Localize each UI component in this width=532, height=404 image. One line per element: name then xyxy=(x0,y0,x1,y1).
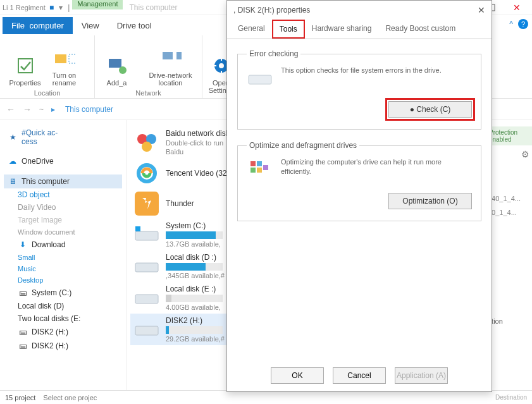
chevron-up-icon[interactable]: ^ xyxy=(509,20,513,28)
sidebar-downloads[interactable]: ⬇Download xyxy=(4,238,122,252)
sidebar-two-e[interactable]: Two local disks (E: xyxy=(4,312,122,325)
back-icon[interactable]: ← xyxy=(6,104,15,114)
sidebar-disk2-a[interactable]: 🖴DISK2 (H:) xyxy=(4,325,122,339)
svg-point-11 xyxy=(219,63,224,68)
forward-icon[interactable]: → xyxy=(23,104,32,114)
sidebar-this-pc[interactable]: 🖥 This computer xyxy=(4,174,122,188)
svg-rect-7 xyxy=(163,52,173,59)
item-count: 15 project xyxy=(5,394,35,401)
cancel-button[interactable]: Cancel xyxy=(333,367,386,384)
drive-icon xyxy=(134,285,159,310)
sidebar-onedrive[interactable]: ☁ OneDrive xyxy=(4,154,122,168)
file-fragment-1: 540_1_4... xyxy=(488,195,532,202)
add-network-button[interactable]: Add_a xyxy=(99,39,135,87)
cloud-icon: ☁ xyxy=(8,156,18,166)
gear-icon[interactable]: ⚙ xyxy=(521,149,529,159)
svg-rect-26 xyxy=(251,161,256,166)
optimize-legend: Optimize and defragment drives xyxy=(247,141,359,150)
help-icon[interactable]: ? xyxy=(518,19,528,29)
sidebar-small[interactable]: Small xyxy=(4,252,122,263)
svg-rect-5 xyxy=(109,59,121,68)
svg-rect-22 xyxy=(135,263,158,272)
thunder-icon xyxy=(134,191,159,216)
svg-point-6 xyxy=(119,66,127,74)
drive-icon xyxy=(134,254,159,279)
sidebar-system-c[interactable]: 🖴System (C:) xyxy=(4,286,122,300)
rename-button[interactable]: Turn on rename xyxy=(47,39,82,87)
drive-icon: 🖴 xyxy=(18,327,28,337)
svg-rect-3 xyxy=(55,54,66,63)
sidebar-3d-objects[interactable]: 3D object xyxy=(4,188,122,201)
svg-rect-28 xyxy=(251,168,256,173)
svg-rect-8 xyxy=(176,52,182,59)
drive-small-icon xyxy=(247,66,273,92)
dialog-close-icon[interactable]: ✕ xyxy=(478,5,485,15)
group-network: Network xyxy=(101,87,195,97)
sidebar-quick-access[interactable]: ★ #Quick ac- cess xyxy=(4,126,122,148)
destination-label: Destination xyxy=(495,394,527,401)
title-dropdown-icon[interactable]: ▾ xyxy=(58,4,64,11)
svg-rect-30 xyxy=(263,165,268,170)
dlg-tab-general[interactable]: General xyxy=(231,20,272,39)
svg-rect-4 xyxy=(69,54,75,63)
sidebar-video[interactable]: Daily Video xyxy=(4,201,122,214)
dialog-title: , DISK 2(H:) properties xyxy=(233,6,310,15)
protection-chip: Protectionenabled xyxy=(488,126,532,145)
tencent-icon xyxy=(134,161,159,186)
faded-title: This computer xyxy=(129,3,177,12)
sidebar-desktop[interactable]: Desktop xyxy=(4,274,122,286)
check-button[interactable]: ● Check (C) xyxy=(388,101,472,118)
file-fragment-2: 40_1_4... xyxy=(488,209,532,216)
sidebar-music[interactable]: Music xyxy=(4,263,122,274)
drive-network-button[interactable]: Drive-network location xyxy=(144,39,198,87)
svg-rect-29 xyxy=(257,168,262,173)
drive-icon: 🖴 xyxy=(18,341,28,351)
svg-point-18 xyxy=(142,142,152,152)
sidebar-image[interactable]: Target Image xyxy=(4,214,122,226)
baidu-icon xyxy=(134,130,159,155)
svg-rect-27 xyxy=(257,161,262,166)
tab-file[interactable]: File computer xyxy=(3,17,73,34)
tab-drive-tool[interactable]: Drive tool xyxy=(108,17,161,34)
svg-rect-23 xyxy=(135,295,158,303)
svg-rect-19 xyxy=(135,192,159,216)
tab-view[interactable]: View xyxy=(73,17,108,34)
drive-icon xyxy=(134,222,159,247)
star-icon: ★ xyxy=(8,132,18,142)
svg-rect-24 xyxy=(135,326,158,335)
drive-icon: 🖴 xyxy=(18,288,28,298)
optimize-button[interactable]: Optimization (O) xyxy=(388,193,472,209)
dlg-tab-hardware[interactable]: Hardware sharing xyxy=(305,20,379,39)
sidebar-window-doc[interactable]: Window document xyxy=(4,226,122,238)
optimize-text: Optimizing the computer's drive can help… xyxy=(281,157,472,177)
close-button[interactable]: ✕ xyxy=(504,0,529,15)
ok-button[interactable]: OK xyxy=(271,367,324,384)
svg-rect-25 xyxy=(249,75,271,84)
properties-button[interactable]: Properties xyxy=(13,39,38,87)
properties-dialog: , DISK 2(H:) properties ✕ General Tools … xyxy=(226,0,492,392)
sidebar-disk2-b[interactable]: 🖴DISK2 (H:) xyxy=(4,339,122,353)
drive-icon xyxy=(134,317,159,342)
error-checking-legend: Error checking xyxy=(247,49,300,58)
dlg-tab-tools[interactable]: Tools xyxy=(272,20,305,39)
error-checking-text: This option checks for file system error… xyxy=(281,66,472,75)
tab-management[interactable]: Management xyxy=(72,0,123,9)
download-icon: ⬇ xyxy=(18,240,28,250)
window-title: Li 1 Regiment xyxy=(3,4,46,11)
text-p: p xyxy=(488,340,532,348)
pc-icon: 🖥 xyxy=(8,176,18,187)
apply-button[interactable]: Application (A) xyxy=(395,367,448,384)
sidebar-local-d[interactable]: Local disk (D) xyxy=(4,300,122,312)
text-ation: ation xyxy=(488,317,532,325)
svg-rect-2 xyxy=(18,59,32,73)
svg-rect-20 xyxy=(135,231,158,240)
group-location: Location xyxy=(6,87,88,97)
defrag-icon xyxy=(247,157,273,184)
dlg-tab-readyboost[interactable]: Ready Boost custom xyxy=(378,20,462,39)
svg-rect-21 xyxy=(135,226,140,231)
selection-info xyxy=(43,394,119,401)
